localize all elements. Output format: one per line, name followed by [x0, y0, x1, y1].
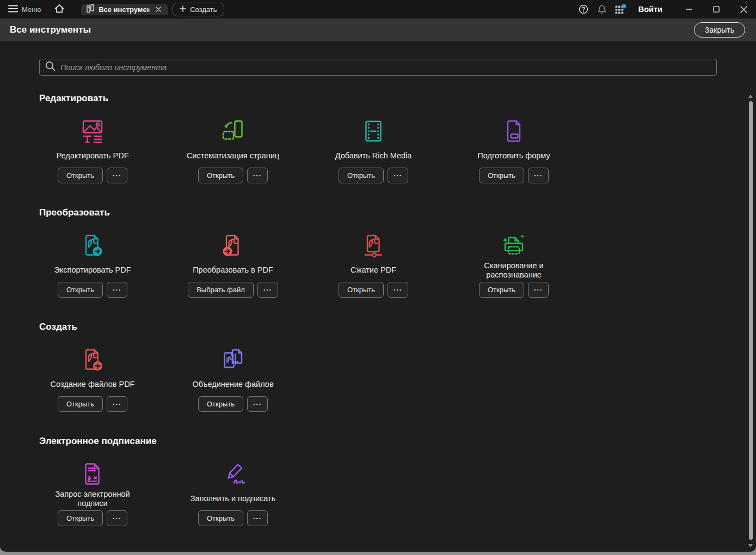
notifications-button[interactable]: [594, 0, 610, 18]
scrollbar-thumb[interactable]: [749, 101, 753, 540]
combine-files-open-button[interactable]: Открыть: [198, 396, 243, 412]
tool-section: РедактироватьРедактировать PDFОткрыть···…: [39, 92, 717, 184]
tab-close-button[interactable]: [154, 5, 163, 14]
notification-dot: [622, 4, 626, 9]
tab-all-tools[interactable]: Все инструмен...: [81, 4, 168, 15]
tool-buttons: Открыть···: [339, 168, 408, 183]
home-button[interactable]: [46, 0, 72, 18]
minimize-button[interactable]: [677, 0, 702, 18]
scrollbar[interactable]: [748, 94, 754, 548]
tool-label: Создание файлов PDF: [51, 373, 135, 396]
tools-tab-icon: [87, 4, 94, 15]
export-pdf-more-options-button[interactable]: ···: [107, 282, 127, 298]
create-pdf-open-button[interactable]: Открыть: [58, 396, 103, 412]
edit-pdf-open-button[interactable]: Открыть: [58, 168, 103, 183]
compress-pdf-more-options-button[interactable]: ···: [388, 282, 408, 298]
sections-container: РедактироватьРедактировать PDFОткрыть···…: [39, 92, 717, 552]
organize-pages-more-options-button[interactable]: ···: [247, 168, 268, 183]
scan-ocr-open-button[interactable]: Открыть: [479, 282, 524, 298]
menu-label: Меню: [22, 5, 41, 14]
window-close-icon: [740, 6, 747, 13]
convert-to-pdf-more-options-button[interactable]: ···: [257, 282, 278, 298]
tool-label: Запрос электронной подписи: [41, 487, 144, 510]
tool-card-add-rich-media: Добавить Rich MediaОткрыть···: [303, 115, 444, 184]
tool-card-edit-pdf: Редактировать PDFОткрыть···: [22, 115, 163, 184]
apps-grid-icon: [614, 4, 626, 15]
fill-sign-more-options-button[interactable]: ···: [247, 510, 268, 526]
titlebar-right: Войти: [575, 0, 756, 18]
tool-buttons: Открыть···: [479, 282, 549, 298]
sign-in-button[interactable]: Войти: [631, 5, 674, 14]
tool-row: Редактировать PDFОткрыть···Систематизаци…: [22, 115, 717, 184]
help-button[interactable]: [575, 0, 592, 18]
tool-buttons: Открыть···: [198, 396, 268, 412]
window-close-button[interactable]: [731, 0, 756, 18]
export-pdf-icon: [79, 232, 106, 258]
tool-card-organize-pages: Систематизация страницОткрыть···: [163, 115, 303, 184]
tool-buttons: Открыть···: [198, 510, 268, 526]
combine-files-more-options-button[interactable]: ···: [247, 396, 268, 412]
tool-card-export-pdf: Экспортировать PDFОткрыть···: [22, 229, 163, 299]
plus-icon: [180, 5, 186, 14]
tool-buttons: Открыть···: [58, 282, 127, 298]
maximize-icon: [713, 6, 720, 13]
tool-row: Экспортировать PDFОткрыть···Преобразоват…: [22, 229, 717, 299]
compress-pdf-open-button[interactable]: Открыть: [339, 282, 384, 298]
convert-to-pdf-open-button[interactable]: Выбрать файл: [188, 282, 254, 298]
search-input[interactable]: [60, 63, 711, 72]
tool-label: Сканирование и распознавание: [462, 258, 566, 282]
create-button[interactable]: Создать: [173, 3, 224, 16]
tool-buttons: Открыть···: [198, 168, 268, 183]
all-tools-panel: РедактироватьРедактировать PDFОткрыть···…: [0, 41, 756, 552]
export-pdf-open-button[interactable]: Открыть: [58, 282, 103, 298]
tool-label: Преобразовать в PDF: [193, 258, 273, 282]
scan-ocr-more-options-button[interactable]: ···: [528, 282, 549, 298]
tool-buttons: Открыть···: [58, 168, 127, 183]
organize-pages-open-button[interactable]: Открыть: [198, 168, 243, 183]
section-title: Электронное подписание: [39, 435, 717, 447]
request-signatures-more-options-button[interactable]: ···: [107, 510, 127, 526]
apps-grid-button[interactable]: [612, 0, 629, 18]
create-label: Создать: [190, 5, 217, 14]
section-title: Создать: [39, 321, 717, 332]
prepare-form-open-button[interactable]: Открыть: [479, 168, 524, 183]
minimize-icon: [686, 6, 692, 13]
tool-section: Электронное подписаниеЗапрос электронной…: [39, 435, 717, 527]
page-title: Все инструменты: [10, 24, 91, 35]
acrobat-window: Меню Все инструмен... Созд: [0, 0, 756, 552]
prepare-form-more-options-button[interactable]: ···: [528, 168, 549, 183]
bell-icon: [597, 4, 607, 14]
tool-label: Экспортировать PDF: [54, 258, 131, 282]
combine-files-icon: [220, 347, 246, 373]
tool-buttons: Открыть···: [339, 282, 408, 298]
maximize-button[interactable]: [704, 0, 729, 18]
tool-section: ПреобразоватьЭкспортировать PDFОткрыть··…: [39, 207, 717, 299]
organize-pages-icon: [220, 118, 246, 144]
tool-card-create-pdf: Создание файлов PDFОткрыть···: [22, 343, 163, 413]
tool-row: Запрос электронной подписиОткрыть···Запо…: [22, 458, 717, 527]
close-icon: [156, 7, 161, 12]
add-rich-media-open-button[interactable]: Открыть: [339, 168, 384, 183]
request-signatures-open-button[interactable]: Открыть: [58, 510, 103, 526]
search-icon: [45, 61, 56, 73]
edit-pdf-more-options-button[interactable]: ···: [107, 168, 127, 183]
scroll-down-arrow-icon[interactable]: [748, 544, 753, 547]
menu-button[interactable]: Меню: [0, 0, 46, 18]
create-pdf-icon: [79, 347, 106, 373]
create-pdf-more-options-button[interactable]: ···: [107, 396, 127, 412]
request-sign-icon: [79, 461, 106, 487]
section-title: Защитить: [39, 550, 717, 552]
tool-label: Сжатие PDF: [351, 258, 396, 282]
tool-card-prepare-form: Подготовить формуОткрыть···: [444, 115, 584, 184]
scroll-up-arrow-icon[interactable]: [748, 95, 753, 98]
close-tools-button[interactable]: Закрыть: [694, 22, 745, 38]
fill-sign-open-button[interactable]: Открыть: [198, 510, 243, 526]
hamburger-icon: [8, 4, 18, 15]
tool-label: Редактировать PDF: [56, 144, 128, 168]
tool-card-compress-pdf: Сжатие PDFОткрыть···: [303, 229, 444, 299]
tool-section: СоздатьСоздание файлов PDFОткрыть···Объе…: [39, 321, 717, 413]
tool-label: Добавить Rich Media: [335, 144, 412, 168]
tool-buttons: Выбрать файл···: [188, 282, 278, 298]
add-rich-media-more-options-button[interactable]: ···: [388, 168, 408, 183]
tool-section: Защитить: [39, 550, 717, 552]
